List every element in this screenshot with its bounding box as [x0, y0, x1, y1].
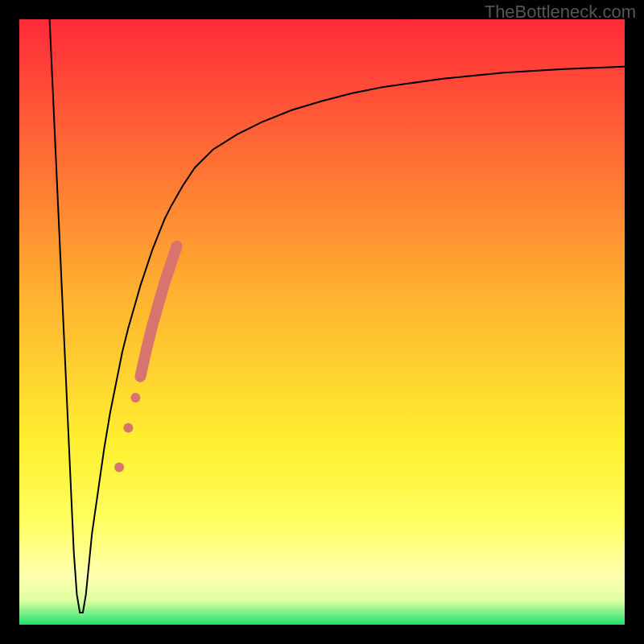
- chart-svg: [0, 0, 644, 644]
- bottleneck-chart: [0, 0, 644, 644]
- data-point: [114, 462, 124, 472]
- data-point: [123, 423, 133, 433]
- data-point: [130, 393, 140, 402]
- watermark-text: TheBottleneck.com: [485, 2, 636, 23]
- chart-gradient-background: [19, 19, 625, 625]
